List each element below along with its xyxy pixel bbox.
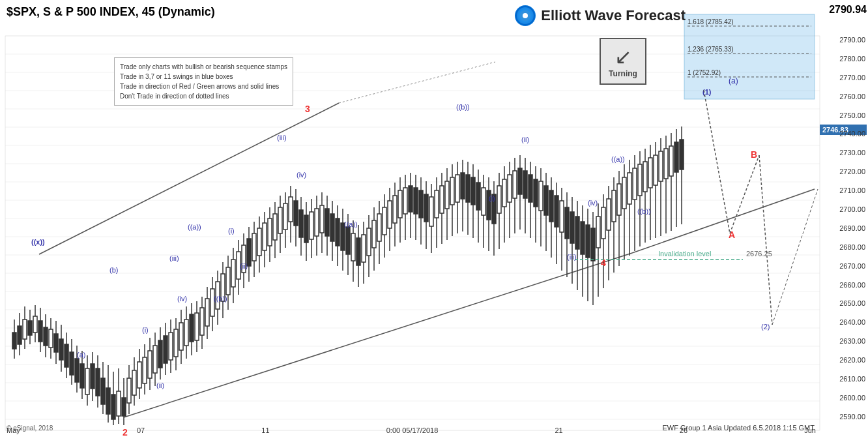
svg-rect-109 (200, 308, 204, 335)
svg-rect-37 (12, 333, 16, 349)
svg-rect-243 (549, 190, 553, 222)
svg-rect-129 (252, 233, 256, 261)
price-axis: 2790.00 2780.00 2770.00 2760.00 2750.00 … (821, 36, 868, 421)
svg-rect-147 (299, 210, 303, 237)
svg-text:(iii): (iii) (277, 134, 287, 141)
svg-rect-103 (184, 320, 188, 346)
price-2620: 2620.00 (824, 356, 865, 364)
instruction-line3: Trade in direction of Red / Green arrows… (120, 82, 287, 91)
svg-rect-47 (38, 321, 42, 342)
svg-rect-291 (674, 142, 678, 172)
svg-rect-287 (664, 149, 668, 179)
svg-rect-159 (330, 214, 334, 241)
svg-rect-241 (544, 186, 548, 215)
footer-ewf: EWF Group 1 Asia Updated 6.5.2018 1:15 G… (662, 424, 815, 432)
svg-rect-245 (555, 196, 558, 227)
price-2760: 2760.00 (824, 93, 865, 100)
svg-rect-111 (205, 299, 209, 326)
svg-text:((b)): ((b)) (456, 103, 470, 111)
svg-text:((b)): ((b)) (214, 295, 227, 303)
svg-rect-143 (289, 197, 293, 222)
svg-rect-227 (508, 175, 512, 202)
svg-rect-167 (351, 233, 355, 261)
svg-rect-93 (158, 340, 162, 368)
svg-text:1.236 (2765.33): 1.236 (2765.33) (687, 46, 734, 53)
svg-rect-199 (435, 190, 439, 218)
svg-rect-289 (669, 146, 673, 176)
svg-rect-253 (575, 216, 579, 249)
price-2770: 2770.00 (824, 74, 865, 82)
brand-logo: Elliott Wave Forecast (515, 5, 686, 26)
svg-rect-95 (164, 336, 167, 363)
svg-rect-179 (383, 207, 386, 235)
svg-text:B: B (751, 149, 757, 160)
svg-rect-223 (497, 186, 501, 213)
svg-rect-285 (659, 151, 663, 181)
svg-rect-269 (617, 184, 621, 215)
price-2630: 2630.00 (824, 337, 865, 345)
svg-rect-87 (143, 357, 147, 383)
svg-rect-65 (85, 368, 89, 394)
svg-text:(i): (i) (142, 326, 149, 334)
svg-rect-153 (315, 209, 319, 236)
svg-rect-39 (18, 326, 22, 344)
price-2730: 2730.00 (824, 149, 865, 156)
svg-rect-49 (44, 327, 48, 346)
svg-rect-77 (117, 391, 121, 416)
svg-rect-101 (179, 323, 183, 350)
svg-rect-293 (680, 140, 684, 170)
price-2780: 2780.00 (824, 55, 865, 63)
svg-text:3: 3 (305, 104, 310, 114)
price-2690: 2690.00 (824, 224, 865, 232)
svg-rect-207 (456, 175, 459, 202)
svg-text:((a)): ((a)) (188, 223, 201, 231)
svg-rect-67 (91, 364, 94, 389)
svg-rect-99 (174, 329, 178, 357)
price-2700: 2700.00 (824, 205, 865, 213)
time-1715: 0:00 05/17/2018 (386, 426, 439, 434)
price-2650: 2650.00 (824, 299, 865, 307)
svg-rect-201 (440, 186, 444, 213)
svg-text:(iii): (iii) (169, 254, 179, 262)
svg-rect-137 (273, 214, 277, 240)
time-21: 21 (555, 426, 562, 434)
price-2670: 2670.00 (824, 262, 865, 270)
svg-rect-211 (466, 175, 470, 202)
svg-rect-91 (153, 346, 157, 373)
price-2720: 2720.00 (824, 168, 865, 175)
svg-rect-97 (169, 333, 173, 360)
svg-rect-139 (278, 207, 282, 233)
svg-rect-193 (419, 190, 423, 218)
svg-rect-267 (612, 190, 616, 222)
svg-text:(a): (a) (729, 76, 738, 85)
svg-text:2676.25: 2676.25 (746, 250, 772, 258)
svg-rect-265 (607, 199, 611, 230)
footer-esignal: © eSignal, 2018 (7, 424, 53, 432)
svg-rect-155 (320, 205, 324, 233)
svg-rect-121 (231, 260, 235, 287)
svg-rect-157 (325, 209, 329, 236)
svg-rect-271 (622, 177, 626, 209)
svg-text:(ii): (ii) (156, 381, 164, 389)
svg-rect-63 (80, 364, 84, 388)
svg-rect-263 (601, 207, 605, 239)
svg-text:(a): (a) (77, 351, 85, 359)
svg-rect-249 (565, 207, 569, 239)
svg-rect-187 (403, 188, 407, 214)
price-2680: 2680.00 (824, 243, 865, 251)
svg-text:(ii): (ii) (240, 262, 248, 270)
price-2790: 2790.00 (824, 36, 865, 44)
svg-rect-133 (263, 223, 267, 250)
price-2660: 2660.00 (824, 281, 865, 289)
svg-rect-145 (294, 201, 298, 226)
turning-label: Turning (609, 69, 637, 78)
brand-name: Elliott Wave Forecast (541, 7, 686, 24)
svg-rect-273 (628, 173, 631, 204)
svg-rect-261 (596, 216, 600, 248)
svg-rect-53 (54, 334, 58, 352)
svg-rect-113 (210, 289, 214, 316)
svg-rect-171 (362, 235, 366, 262)
svg-text:(2): (2) (761, 323, 770, 331)
svg-rect-205 (450, 177, 454, 205)
svg-text:Invalidation level: Invalidation level (658, 250, 711, 258)
